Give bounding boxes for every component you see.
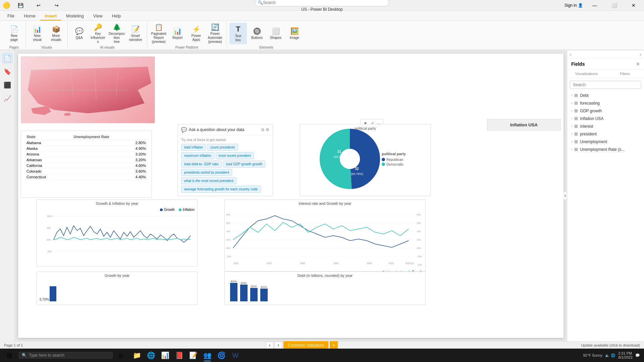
visualizations-tab[interactable]: Visualizations [567,70,606,78]
qa-visual[interactable]: 💬 Ask a question about your data ⧉ ⚙ Try… [177,124,273,196]
qa-settings-button[interactable]: ⚙ [266,127,269,132]
sidebar-icon-analytics[interactable]: 📈 [2,93,13,104]
field-item[interactable]: › ⊞ Unemployment [567,138,644,145]
table-visual[interactable]: State Unemployment Rate Alabama2.80%Alas… [21,131,152,198]
paginated-report-button[interactable]: 📋 PaginatedReport(preview) [150,23,167,44]
qa-chip[interactable]: total debt-to- GDP ratio [181,161,222,168]
interest-growth-chart[interactable]: interest rate and Growth by year 8% 6% 4… [224,199,426,272]
sidebar-icon-pages[interactable]: 📄 [2,53,13,64]
field-item[interactable]: › ⊞ forecasting [567,99,644,107]
tab-file[interactable]: File [3,12,19,20]
qa-chip[interactable]: presidents sorted by president [181,169,232,176]
power-automate-button[interactable]: 🔄 PowerAutomate(preview) [206,23,224,44]
growth-inflation-chart[interactable]: Growth & Inflation by year Growth Inflat… [37,199,198,266]
more-visuals-button[interactable]: 📦 Morevisuals [47,23,65,44]
taskbar-chrome[interactable]: 🌀 [215,349,228,362]
taskbar-sticky[interactable]: 📝 [186,349,200,362]
field-item[interactable]: › ⊞ Inflation USA [567,115,644,122]
qa-label: Q&A [75,36,83,40]
inflation-text-box[interactable]: Inflation USA [487,119,561,131]
right-panel-top: ‹ › [567,50,644,59]
field-item[interactable]: › ⊞ GDP growth [567,107,644,115]
buttons-button[interactable]: 🔘 Buttons [248,23,266,44]
field-expand-icon: › [571,94,572,97]
taskbar-edge[interactable]: 🌐 [144,349,158,362]
collapse-fields-button[interactable]: ‹ [570,52,572,57]
taskbar-teams[interactable]: 👥 [201,349,214,362]
decomposition-tree-button[interactable]: 🌲 Decompositiontree [108,23,125,44]
cortana-button[interactable]: ◎ [114,349,127,362]
pie-chart-svg-container: 31 (49.21%) 32 (50.79%) [325,134,375,185]
pie-legend-title: political party [382,152,406,156]
taskbar-powerpoint[interactable]: 📊 [158,349,172,362]
taskbar-explorer[interactable]: 📁 [130,349,144,362]
expand-fields-button[interactable]: › [640,52,641,57]
qa-chip[interactable]: most recent president [216,152,254,159]
fields-search-input[interactable] [570,81,641,89]
save-button[interactable]: 💾 [13,0,28,11]
report-button[interactable]: 📊 Report [169,23,186,44]
update-status: Update available (click to download) [581,343,640,347]
svg-text:10%: 10% [47,215,52,218]
notification-icon[interactable]: 💬 [635,353,640,358]
field-expand-icon: › [571,117,572,120]
sign-in-button[interactable]: Sign in 👤 [565,3,583,8]
new-page-button[interactable]: 📄 Newpage [5,23,23,44]
fields-close-button[interactable]: ✕ [636,61,640,67]
power-apps-button[interactable]: ⚡ PowerApps [187,23,205,44]
field-item[interactable]: › ⊞ president [567,130,644,138]
tab-help[interactable]: Help [107,12,126,20]
minimize-button[interactable]: — [587,0,602,11]
qa-chip[interactable]: total inflation [181,144,206,151]
shapes-button[interactable]: ⬜ Shapes [267,23,284,44]
sidebar-icon-selection[interactable]: ⬛ [2,80,13,90]
qa-chip[interactable]: count presidents [207,144,238,151]
redo-button[interactable]: ↪ [49,0,64,11]
field-item[interactable]: › ⊞ Debt [567,92,644,99]
qa-chip[interactable]: average forecasting growth for each coun… [181,186,261,193]
pie-visual[interactable]: political party 31 [300,124,431,196]
sidebar-icon-bookmarks[interactable]: 🔖 [2,66,13,77]
maximize-button[interactable]: ⬜ [606,0,622,11]
tab-view[interactable]: View [89,12,107,20]
prev-page-button[interactable]: ‹ [266,342,273,349]
tab-insert[interactable]: Insert [40,12,61,20]
debt-chart[interactable]: Debt (in billions, rounded) by year $30K… [224,272,426,305]
add-page-button[interactable]: + [330,341,338,349]
table-row: Arkansas3.20% [24,157,149,163]
pages-items: 📄 Newpage [5,23,23,44]
taskbar-acrobat[interactable]: 📕 [172,349,186,362]
chart-2-title: interest rate and Growth by year [225,200,425,207]
field-item[interactable]: › ⊞ interest [567,122,644,130]
taskbar-word[interactable]: W [229,349,242,362]
table-row: California4.60% [24,163,149,169]
page-tab-economic[interactable]: Economic Indicators [283,341,328,349]
taskbar-search[interactable]: 🔍 Type here to search [19,352,113,359]
title-bar-left: 🟡 💾 ↩ ↪ [3,0,64,11]
right-panel-collapse[interactable]: › [564,192,567,200]
text-box-button[interactable]: T Textbox [229,23,247,44]
growth-by-year-chart[interactable]: Growth by year 5.70% [37,272,198,305]
start-button[interactable]: ⊞ [1,349,17,362]
next-page-button[interactable]: › [275,342,282,349]
image-button[interactable]: 🖼️ Image [286,23,303,44]
tab-modeling[interactable]: Modeling [61,12,89,20]
pie-legend: political party Republican Democratic [382,152,406,167]
close-button[interactable]: ✕ [626,0,641,11]
republican-dot [382,158,385,161]
qa-button[interactable]: 💬 Q&A [70,23,88,44]
qa-chip[interactable]: maximum inflation [181,152,214,159]
key-influencers-button[interactable]: 🔑 Keyinfluencers [89,23,107,44]
qa-chip[interactable]: total GDP growth growth [223,161,266,168]
qa-copy-button[interactable]: ⧉ [261,127,264,132]
new-visual-button[interactable]: 📊 Newvisual [29,23,46,44]
undo-button[interactable]: ↩ [31,0,46,11]
qa-chip[interactable]: what is the most recent president [181,177,236,184]
tab-home[interactable]: Home [19,12,40,20]
global-search-input[interactable] [263,0,386,5]
global-search[interactable]: 🔍 [255,0,389,6]
filters-tab[interactable]: Filters [606,70,644,78]
field-item[interactable]: › ⊞ Unemployment Rate (s... [567,145,644,153]
smart-narrative-button[interactable]: 📝 Smartnarrative [127,23,144,44]
map-visual[interactable] [21,56,155,123]
